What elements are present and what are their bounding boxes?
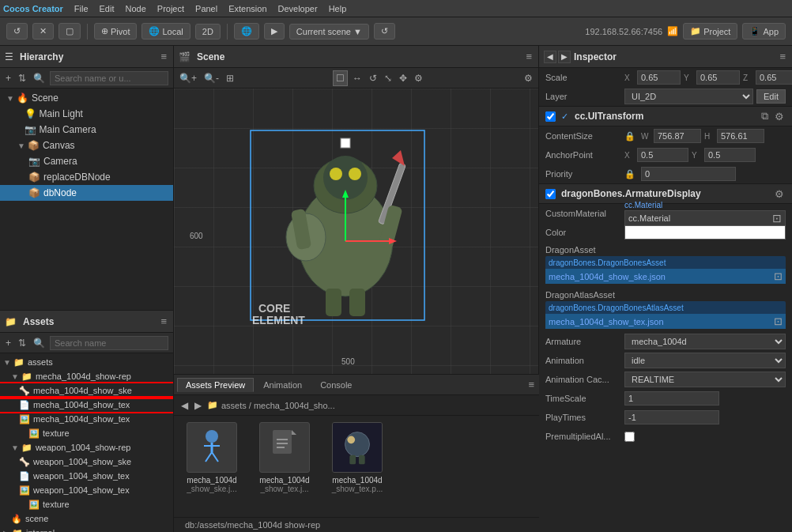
bottom-nav-forward[interactable]: ▶ [192, 398, 204, 413]
menu-file[interactable]: File [70, 2, 93, 15]
dragonasset-link-btn[interactable]: ⊡ [774, 270, 783, 282]
play-btn[interactable]: ▶ [264, 23, 285, 40]
layer-edit-btn[interactable]: Edit [756, 89, 786, 104]
animcache-select[interactable]: REALTIME SHARED_CACHE PRIVATE_CACHE [624, 372, 786, 387]
scene-menu-btn[interactable]: ≡ [524, 49, 534, 64]
2d-btn[interactable]: 2D [195, 24, 221, 40]
hierarchy-search-input[interactable] [50, 71, 168, 85]
hierarchy-menu-btn[interactable]: ≡ [159, 49, 168, 64]
scene-select[interactable]: Current scene ▼ [289, 24, 369, 40]
menu-help[interactable]: Help [324, 2, 352, 15]
contentsize-w-input[interactable] [654, 129, 701, 143]
scale-x-input[interactable] [637, 70, 681, 85]
color-swatch[interactable] [624, 225, 786, 240]
menu-project[interactable]: Project [153, 2, 189, 15]
menu-node[interactable]: Node [121, 2, 151, 15]
asset-mecha-tex2[interactable]: 🖼️ mecha_1004d_show_tex [0, 412, 173, 426]
assets-sort-btn[interactable]: ⇅ [16, 336, 28, 350]
scene-zoom-out[interactable]: 🔍- [202, 71, 221, 85]
tree-item-scene[interactable]: ▼ 🔥 Scene [0, 90, 173, 106]
tree-item-camera[interactable]: 📷 Camera [0, 153, 173, 169]
tab-assets-preview[interactable]: Assets Preview [177, 378, 254, 392]
uitransform-gear-btn[interactable]: ⚙ [773, 109, 786, 124]
asset-mecha-ske[interactable]: 🦴 mecha_1004d_show_ske [0, 383, 173, 398]
dragonatlas-link-btn[interactable]: ⊡ [774, 315, 783, 327]
asset-weapon-folder[interactable]: ▼ 📁 weapon_1004_show-rep [0, 440, 173, 455]
scene-tool-3[interactable]: ↺ [367, 70, 379, 86]
anchor-y-input[interactable] [704, 148, 756, 162]
project-btn[interactable]: 📁 Project [683, 23, 737, 40]
bottom-menu-btn[interactable]: ≡ [526, 377, 536, 392]
scene-settings[interactable]: ⚙ [522, 71, 535, 85]
scene-canvas[interactable]: CORE ELEMENT 600 500 [174, 89, 538, 374]
stop-btn[interactable]: ✕ [32, 23, 54, 40]
scene-tool-2[interactable]: ↔ [350, 70, 364, 86]
bottom-nav-back[interactable]: ◀ [179, 398, 190, 413]
hierarchy-sort-btn[interactable]: ⇅ [16, 71, 28, 85]
globe-btn[interactable]: 🌐 [234, 23, 259, 40]
scene-tool-6[interactable]: ⚙ [412, 70, 425, 86]
uitransform-checkbox[interactable] [545, 111, 556, 122]
scene-asset-label: scene [25, 514, 48, 523]
asset-thumb-tex[interactable]: mecha_1004d _show_tex.p... [326, 422, 389, 511]
asset-root[interactable]: ▼ 📁 assets [0, 355, 173, 369]
asset-thumb-ske[interactable]: mecha_1004d _show_ske.j... [180, 422, 243, 511]
contentsize-h-input[interactable] [717, 129, 764, 143]
scene-tool-5[interactable]: ✥ [397, 70, 409, 86]
scale-z-input[interactable] [756, 70, 792, 85]
assets-menu-btn[interactable]: ≡ [159, 314, 168, 329]
uitransform-copy-btn[interactable]: ⧉ [760, 108, 770, 124]
asset-weapon-tex2[interactable]: 🖼️ weapon_1004_show_tex [0, 483, 173, 497]
timescale-input[interactable] [624, 391, 719, 406]
playtimes-input[interactable] [624, 410, 719, 424]
hierarchy-add-btn[interactable]: + [3, 71, 13, 85]
animation-select[interactable]: idle [624, 353, 786, 368]
asset-weapon-ske[interactable]: 🦴 weapon_1004_show_ske [0, 455, 173, 469]
inspector-back-btn[interactable]: ◀ [544, 51, 556, 63]
tree-item-replacedbnode[interactable]: 📦 replaceDBNode [0, 169, 173, 185]
dragonbones-gear-btn[interactable]: ⚙ [773, 187, 786, 202]
layer-select[interactable]: UI_2D DEFAULT [624, 89, 753, 104]
scene-fit[interactable]: ⊞ [224, 71, 236, 85]
tree-item-dbnode[interactable]: 📦 dbNode [0, 185, 173, 201]
asset-weapon-tex[interactable]: 📄 weapon_1004_show_tex [0, 469, 173, 483]
dragonbones-checkbox[interactable] [545, 189, 556, 199]
scale-y-input[interactable] [696, 70, 740, 85]
local-btn[interactable]: 🌐 Local [141, 23, 190, 40]
tree-item-mainlight[interactable]: 💡 Main Light [0, 106, 173, 122]
square-btn[interactable]: ▢ [58, 23, 81, 40]
tab-animation[interactable]: Animation [255, 378, 311, 392]
assets-search-btn[interactable]: 🔍 [31, 336, 47, 350]
menu-edit[interactable]: Edit [95, 2, 119, 15]
menu-developer[interactable]: Developer [273, 2, 322, 15]
asset-mecha-folder[interactable]: ▼ 📁 mecha_1004d_show-rep [0, 369, 173, 383]
asset-scene[interactable]: 🔥 scene [0, 511, 173, 526]
inspector-menu-btn[interactable]: ≡ [778, 49, 787, 64]
asset-internal[interactable]: ▶ 📁 internal [0, 526, 173, 532]
material-link-btn[interactable]: ⊡ [772, 212, 782, 224]
pivot-btn[interactable]: ⊕ Pivot [94, 23, 137, 40]
scene-tool-4[interactable]: ⤡ [382, 70, 394, 86]
scene-zoom-in[interactable]: 🔍+ [177, 71, 199, 85]
asset-texture-sub[interactable]: 🖼️ texture [0, 426, 173, 440]
refresh-btn[interactable]: ↺ [6, 23, 28, 40]
premultiplied-checkbox[interactable] [624, 432, 635, 442]
asset-thumb-json[interactable]: mecha_1004d _show_tex.j... [253, 422, 316, 511]
menu-extension[interactable]: Extension [224, 2, 271, 15]
hierarchy-search-btn[interactable]: 🔍 [31, 71, 47, 85]
armature-select[interactable]: mecha_1004d [624, 334, 786, 349]
assets-search-input[interactable] [50, 336, 168, 350]
tree-item-maincamera[interactable]: 📷 Main Camera [0, 122, 173, 138]
asset-weapon-tex-sub[interactable]: 🖼️ texture [0, 497, 173, 511]
assets-add-btn[interactable]: + [3, 336, 13, 350]
reload-btn[interactable]: ↺ [374, 23, 395, 40]
menu-panel[interactable]: Panel [190, 2, 222, 15]
tab-console[interactable]: Console [311, 378, 360, 392]
priority-input[interactable] [641, 167, 736, 181]
asset-mecha-tex[interactable]: 📄 mecha_1004d_show_tex [0, 398, 173, 412]
scene-tool-1[interactable]: ☐ [333, 70, 348, 86]
inspector-forward-btn[interactable]: ▶ [558, 51, 571, 63]
anchor-x-input[interactable] [637, 148, 688, 162]
app-btn[interactable]: 📱 App [742, 23, 786, 40]
tree-item-canvas[interactable]: ▼ 📦 Canvas [0, 138, 173, 153]
